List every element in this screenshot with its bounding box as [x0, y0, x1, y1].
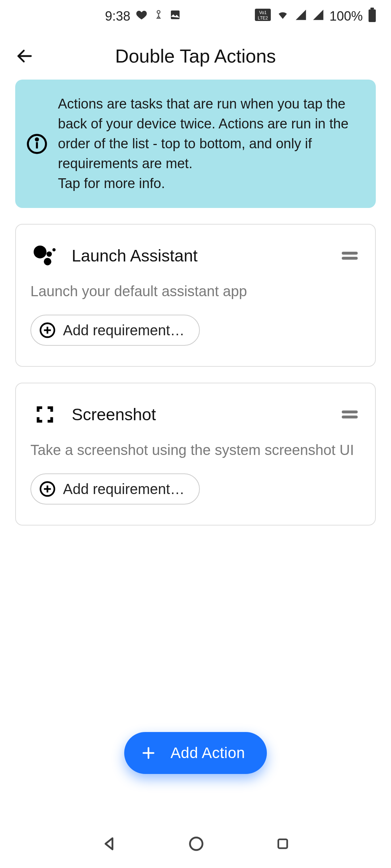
action-description: Launch your default assistant app: [30, 283, 361, 299]
svg-point-0: [157, 10, 160, 13]
info-banner[interactable]: Actions are tasks that are run when you …: [15, 80, 376, 208]
lte-icon: Vo1LTE2: [255, 9, 271, 24]
photo-icon: [169, 9, 181, 24]
info-text: Actions are tasks that are run when you …: [58, 94, 361, 193]
info-icon: [26, 133, 48, 155]
page-title: Double Tap Actions: [115, 45, 276, 67]
add-requirement-label: Add requirement…: [63, 481, 185, 497]
svg-point-12: [46, 252, 52, 257]
plus-icon: [141, 745, 156, 761]
action-description: Take a screenshot using the system scree…: [30, 442, 361, 458]
fab-label: Add Action: [171, 744, 245, 762]
screenshot-icon: [30, 400, 59, 429]
svg-point-11: [34, 246, 47, 259]
svg-text:LTE2: LTE2: [258, 16, 268, 21]
status-time: 9:38: [105, 9, 130, 24]
back-button[interactable]: [14, 45, 35, 67]
action-title: Screenshot: [72, 405, 327, 424]
svg-point-10: [36, 138, 38, 140]
touch-icon: [153, 9, 164, 24]
nav-recent-button[interactable]: [275, 836, 290, 853]
action-card[interactable]: Screenshot Take a screenshot using the s…: [15, 383, 376, 526]
assistant-icon: [30, 241, 59, 270]
drag-handle-icon[interactable]: [339, 408, 361, 421]
svg-rect-6: [369, 9, 376, 22]
add-requirement-chip[interactable]: Add requirement…: [30, 315, 200, 346]
signal-icon-1: [295, 9, 307, 24]
plus-circle-icon: [39, 481, 56, 497]
nav-back-button[interactable]: [101, 835, 117, 854]
signal-icon-2: [312, 9, 324, 24]
arrow-left-icon: [15, 47, 34, 65]
nav-home-button[interactable]: [188, 835, 205, 854]
battery-icon: [368, 8, 377, 25]
plus-circle-icon: [39, 322, 56, 339]
wifi-icon: [276, 9, 290, 24]
svg-rect-5: [370, 8, 374, 9]
svg-point-14: [52, 248, 56, 252]
action-card[interactable]: Launch Assistant Launch your default ass…: [15, 224, 376, 367]
system-nav-bar: [0, 821, 391, 868]
battery-percentage: 100%: [329, 9, 363, 24]
add-requirement-chip[interactable]: Add requirement…: [30, 473, 200, 505]
svg-rect-1: [171, 10, 180, 19]
svg-point-23: [190, 838, 203, 850]
add-action-fab[interactable]: Add Action: [124, 732, 267, 774]
heart-icon: [135, 9, 148, 24]
svg-rect-24: [278, 839, 287, 848]
action-title: Launch Assistant: [72, 246, 327, 265]
status-bar: 9:38 Vo1LTE2 100%: [0, 0, 391, 33]
svg-point-13: [44, 258, 51, 265]
add-requirement-label: Add requirement…: [63, 322, 185, 339]
header: Double Tap Actions: [0, 33, 391, 80]
svg-text:Vo1: Vo1: [259, 10, 267, 15]
drag-handle-icon[interactable]: [339, 249, 361, 263]
